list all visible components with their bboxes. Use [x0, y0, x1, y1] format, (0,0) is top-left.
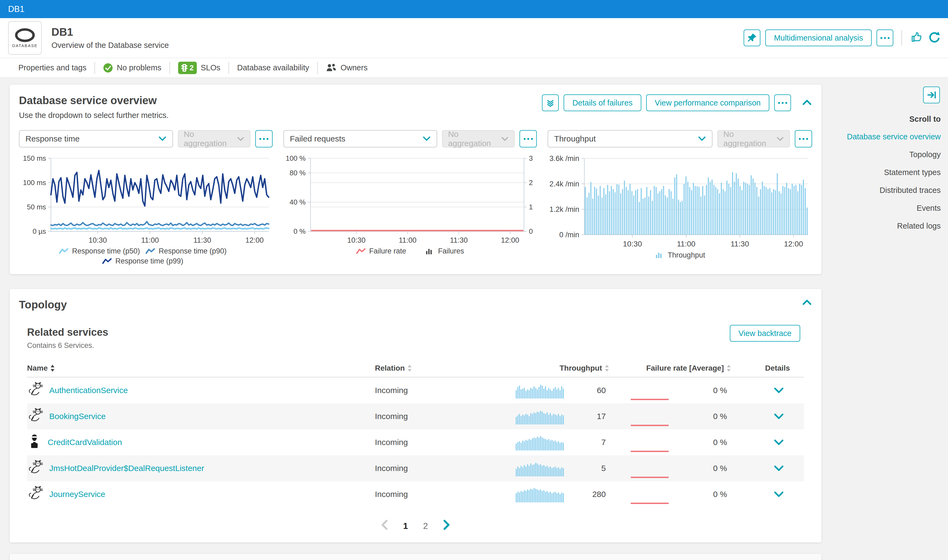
aggregation-select-value: No aggregation [723, 129, 776, 148]
details-of-failures-button[interactable]: Details of failures [564, 94, 641, 111]
column-header-failure-rate[interactable]: Failure rate [Average] [609, 364, 731, 372]
pin-button[interactable] [744, 29, 760, 46]
header-divider [902, 30, 902, 45]
failure-rate-sparkline [631, 477, 669, 478]
pagination-prev-button[interactable] [381, 520, 388, 532]
table-row: CreditCardValidation Incoming 7 0 % [27, 429, 804, 455]
throughput-value: 5 [567, 464, 609, 473]
metric-select-throughput[interactable]: Throughput [548, 130, 712, 148]
ellipsis-icon: ••• [258, 135, 270, 143]
metric-select-value: Response time [25, 134, 80, 143]
collapse-sidenav-button[interactable] [923, 86, 940, 103]
column-header-throughput[interactable]: Throughput [516, 364, 609, 372]
scroll-link-statement-types[interactable]: Statement types [840, 168, 941, 177]
collapse-topology-button[interactable] [802, 298, 812, 307]
svg-text:3: 3 [529, 154, 532, 162]
people-icon [326, 63, 337, 72]
tab-divider [317, 62, 318, 74]
throughput-chart[interactable]: 3.6k /min2.4k /min1.2k /min0 /min10:3011… [548, 154, 812, 249]
legend-item[interactable]: Failures [425, 247, 464, 255]
pagination-page-1[interactable]: 1 [403, 521, 408, 531]
legend-item[interactable]: Response time (p50) [59, 247, 146, 255]
service-icon [28, 408, 43, 425]
tab-label: Database availability [237, 63, 309, 72]
refresh-icon [928, 31, 940, 43]
response-time-chart[interactable]: 150 ms100 ms50 ms0 µs10:3011:0011:3012:0… [19, 154, 273, 245]
scroll-link-related-logs[interactable]: Related logs [840, 222, 941, 231]
metric-select-response-time[interactable]: Response time [19, 130, 173, 148]
svg-text:12:00: 12:00 [784, 239, 803, 248]
response-time-more-button[interactable]: ••• [255, 130, 273, 148]
scroll-link-database-service-overview[interactable]: Database service overview [840, 132, 941, 141]
tab-database-availability[interactable]: Database availability [237, 63, 309, 72]
failed-requests-chart[interactable]: 100 %80 %40 %0 %321010:3011:0011:3012:00 [284, 154, 537, 245]
details-expand-button[interactable] [731, 413, 804, 419]
top-navigation-bar: DB1 [0, 0, 948, 18]
details-expand-button[interactable] [731, 465, 804, 471]
scroll-link-distributed-traces[interactable]: Distributed traces [840, 186, 941, 195]
chevron-down-icon [501, 137, 509, 142]
header-more-button[interactable]: ••• [877, 29, 893, 46]
service-name-link[interactable]: JmsHotDealProvider$DealRequestListener [49, 464, 204, 473]
chevron-down-icon [774, 465, 784, 471]
view-performance-comparison-button[interactable]: View performance comparison [646, 94, 769, 111]
service-name-link[interactable]: AuthenticationService [49, 386, 128, 395]
svg-text:12:00: 12:00 [501, 236, 519, 244]
layers-button[interactable] [542, 94, 559, 111]
legend-item[interactable]: Throughput [655, 251, 705, 260]
table-row: JmsHotDealProvider$DealRequestListener I… [27, 455, 804, 481]
tab-problems[interactable]: No problems [103, 63, 161, 73]
failed-requests-chart-column: Failed requests No aggregation ••• 100 %… [284, 130, 548, 265]
svg-text:11:30: 11:30 [193, 236, 211, 244]
ellipsis-icon: ••• [879, 34, 891, 42]
service-name-link[interactable]: CreditCardValidation [48, 438, 122, 447]
column-header-name[interactable]: Name [27, 364, 375, 372]
service-name-link[interactable]: JourneyService [49, 490, 105, 499]
relation-cell: Incoming [375, 412, 516, 421]
like-button[interactable] [910, 31, 923, 45]
overview-card-title: Database service overview [19, 94, 169, 106]
tab-properties-and-tags[interactable]: Properties and tags [18, 63, 86, 72]
collapse-overview-button[interactable] [802, 99, 812, 107]
failure-rate-sparkline [631, 451, 669, 452]
legend-item[interactable]: Response time (p99) [102, 257, 189, 265]
svg-text:1.2k /min: 1.2k /min [550, 205, 579, 214]
details-expand-button[interactable] [731, 439, 804, 445]
svg-text:2: 2 [529, 178, 532, 187]
metric-select-failed-requests[interactable]: Failed requests [284, 130, 438, 148]
relation-cell: Incoming [375, 386, 516, 395]
database-oval-icon [14, 28, 35, 42]
response-time-legend: Response time (p50)Response time (p90)Re… [59, 247, 232, 265]
tab-owners[interactable]: Owners [326, 63, 368, 72]
refresh-button[interactable] [928, 31, 940, 45]
failed-requests-more-button[interactable]: ••• [519, 130, 537, 148]
service-icon [28, 382, 43, 399]
details-expand-button[interactable] [731, 388, 804, 393]
svg-text:0 %: 0 % [293, 227, 306, 235]
throughput-more-button[interactable]: ••• [795, 130, 812, 148]
pagination-page-2[interactable]: 2 [423, 521, 428, 531]
scroll-link-topology[interactable]: Topology [840, 150, 941, 159]
chevron-down-icon [158, 136, 166, 142]
legend-item[interactable]: Failure rate [356, 247, 406, 255]
related-services-title: Related services [27, 326, 804, 338]
failure-rate-cell: 0 % [609, 429, 731, 455]
column-header-relation[interactable]: Relation [375, 364, 516, 372]
failed-requests-legend: Failure rateFailures [284, 247, 537, 255]
sort-arrows-icon [50, 365, 55, 372]
multidimensional-analysis-button[interactable]: Multidimensional analysis [765, 29, 872, 46]
tab-label: Properties and tags [18, 63, 86, 72]
legend-item[interactable]: Response time (p90) [146, 247, 232, 255]
tomcat-icon [28, 460, 43, 475]
overview-more-button[interactable]: ••• [774, 94, 791, 111]
svg-text:11:00: 11:00 [677, 239, 695, 248]
pagination-next-button[interactable] [443, 520, 450, 532]
view-backtrace-button[interactable]: View backtrace [730, 325, 800, 342]
svg-text:80 %: 80 % [289, 169, 305, 177]
tab-slos[interactable]: 2 SLOs [178, 62, 220, 74]
service-name-link[interactable]: BookingService [49, 412, 106, 421]
chevron-left-icon [381, 520, 388, 530]
scroll-link-events[interactable]: Events [840, 204, 941, 212]
details-expand-button[interactable] [731, 491, 804, 497]
tab-divider [170, 62, 170, 74]
